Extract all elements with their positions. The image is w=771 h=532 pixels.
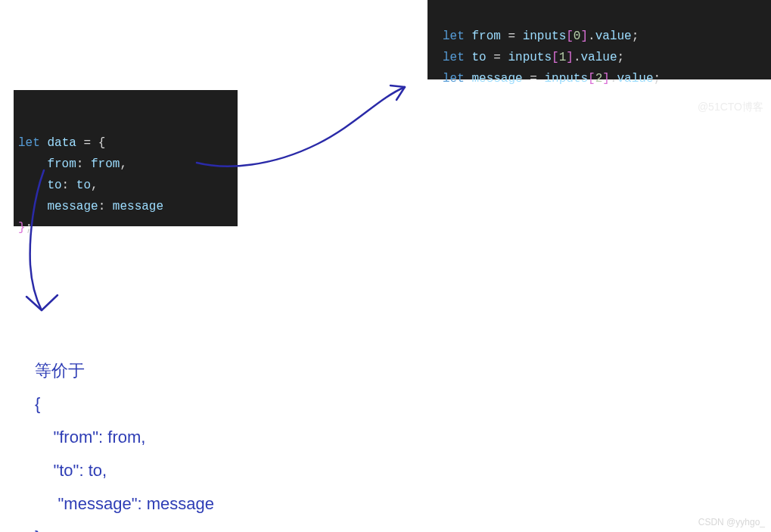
code-snippet-data-object: let data = { from: from, to: to, message… (14, 90, 238, 226)
semicolon: ; (26, 221, 33, 235)
keyword-let: let (18, 136, 40, 150)
watermark-51cto: @51CTO博客 (698, 101, 763, 114)
arrow-head-right (390, 86, 405, 100)
operator-equals: = (487, 51, 508, 64)
keyword-let: let (443, 51, 465, 64)
bracket-close: ] (602, 72, 610, 86)
indent (18, 157, 47, 171)
colon: : (76, 157, 91, 171)
operator-equals: = (523, 72, 545, 86)
bracket-open: [ (552, 51, 559, 64)
var-message: message (471, 72, 522, 86)
var-inputs: inputs (523, 30, 567, 43)
equiv-line-from: "from": from, (35, 428, 145, 446)
var-to: to (471, 51, 486, 64)
key-message: message (47, 200, 98, 213)
dot: . (588, 30, 595, 43)
equiv-brace-close: } (35, 527, 40, 532)
var-from: from (471, 30, 500, 43)
equivalent-json-block: 等价于 { "from": from, "to": to, "message":… (35, 321, 214, 532)
index-1: 1 (559, 51, 567, 64)
val-message: message (113, 200, 163, 213)
key-from: from (47, 157, 76, 171)
code-snippet-inputs: let from = inputs[0].value; let to = inp… (427, 0, 771, 79)
var-inputs: inputs (508, 51, 552, 64)
brace-open: { (98, 136, 106, 150)
comma: , (120, 157, 127, 171)
equiv-brace-open: { (35, 394, 40, 413)
watermark-csdn: CSDN @yyhgo_ (698, 517, 765, 527)
operator-equals: = (501, 30, 523, 43)
val-from: from (91, 157, 120, 171)
dot: . (610, 72, 617, 86)
arrow-head-down (26, 295, 58, 310)
bracket-close: ] (580, 30, 588, 43)
colon: : (62, 179, 76, 192)
semicolon: ; (654, 72, 661, 86)
semicolon: ; (617, 51, 625, 64)
indent (18, 179, 47, 192)
comma: , (91, 179, 98, 192)
operator-equals: = (76, 136, 98, 150)
prop-value: value (580, 51, 617, 64)
bracket-close: ] (566, 51, 574, 64)
equiv-line-message: "message": message (35, 494, 214, 513)
val-to: to (76, 179, 91, 192)
prop-value: value (595, 30, 632, 43)
var-data: data (47, 136, 76, 150)
indent (18, 200, 47, 213)
key-to: to (47, 179, 61, 192)
keyword-let: let (443, 72, 465, 86)
semicolon: ; (632, 30, 639, 43)
brace-close: } (18, 221, 26, 235)
colon: : (98, 200, 113, 213)
bracket-open: [ (566, 30, 574, 43)
bracket-open: [ (588, 72, 595, 86)
equiv-title: 等价于 (35, 361, 85, 380)
prop-value: value (617, 72, 654, 86)
keyword-let: let (443, 30, 465, 43)
index-2: 2 (595, 72, 603, 86)
equiv-line-to: "to": to, (35, 461, 107, 480)
var-inputs: inputs (544, 72, 588, 86)
